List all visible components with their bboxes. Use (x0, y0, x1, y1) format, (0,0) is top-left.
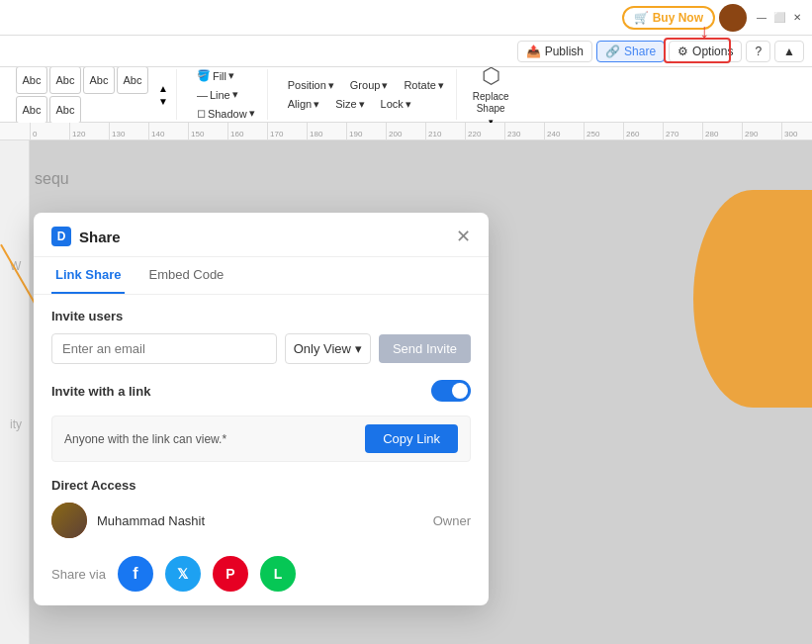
user-name: Muhammad Nashit (97, 513, 205, 528)
twitter-icon: 𝕏 (177, 566, 188, 582)
facebook-share-button[interactable]: f (118, 556, 153, 592)
user-avatar (51, 503, 87, 538)
view-option-label: Only View (294, 341, 351, 356)
invite-row: Only View ▾ Send Invite (51, 333, 471, 364)
user-role: Owner (433, 513, 471, 528)
invite-link-label: Invite with a link (51, 384, 150, 399)
view-select[interactable]: Only View ▾ (285, 333, 371, 364)
tab-link-share[interactable]: Link Share (51, 257, 125, 294)
d-logo-icon: D (51, 227, 71, 246)
direct-access-label: Direct Access (51, 478, 471, 493)
facebook-icon: f (133, 565, 137, 583)
pinterest-share-button[interactable]: P (213, 556, 248, 592)
pinterest-icon: P (226, 566, 234, 582)
copy-link-button[interactable]: Copy Link (365, 424, 458, 453)
dialog-close-button[interactable]: ✕ (456, 228, 471, 245)
invite-users-label: Invite users (51, 309, 471, 323)
email-input[interactable] (51, 333, 277, 364)
share-via-label: Share via (51, 567, 106, 582)
share-via-row: Share via f 𝕏 P L (51, 552, 471, 592)
dialog-tabs: Link Share Embed Code (34, 257, 489, 295)
twitter-share-button[interactable]: 𝕏 (165, 556, 201, 592)
tab-embed-code[interactable]: Embed Code (144, 257, 227, 294)
user-info: Muhammad Nashit (51, 503, 205, 538)
link-copy-row: Anyone with the link can view.* Copy Lin… (51, 415, 471, 462)
invite-link-toggle[interactable] (431, 380, 471, 402)
chevron-down-icon: ▾ (355, 341, 362, 356)
line-share-button[interactable]: L (260, 556, 296, 592)
dialog-header: D Share ✕ (34, 213, 489, 257)
line-icon: L (274, 566, 283, 582)
send-invite-button[interactable]: Send Invite (379, 334, 471, 363)
share-dialog: D Share ✕ Link Share Embed Code Invite u… (34, 213, 489, 605)
link-text: Anyone with the link can view.* (64, 432, 357, 446)
dialog-title: D Share (51, 227, 121, 246)
dialog-title-text: Share (79, 229, 121, 245)
dialog-overlay: D Share ✕ Link Share Embed Code Invite u… (0, 0, 812, 644)
user-row: Muhammad Nashit Owner (51, 503, 471, 538)
invite-link-row: Invite with a link (51, 380, 471, 402)
dialog-body: Invite users Only View ▾ Send Invite Inv… (34, 295, 489, 605)
